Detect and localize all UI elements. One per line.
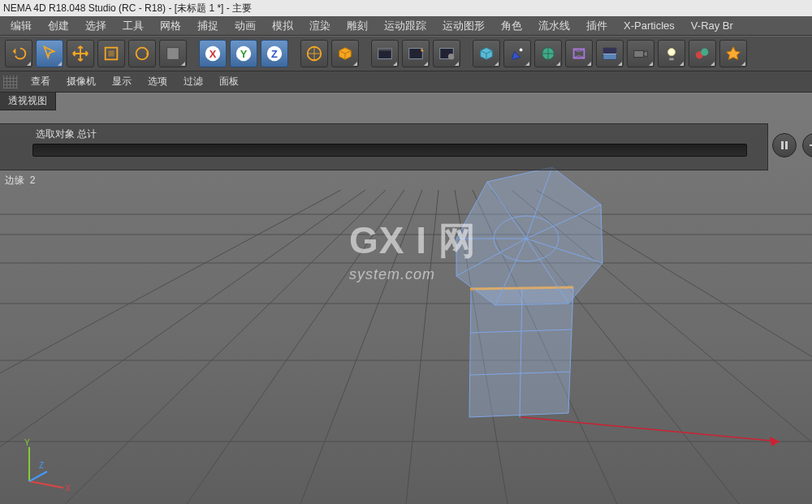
subdiv-button[interactable] [534, 40, 562, 67]
viewbar-display[interactable]: 显示 [106, 75, 138, 88]
deformer-button[interactable] [565, 40, 593, 67]
svg-rect-21 [634, 50, 644, 57]
pen-tool-button[interactable] [503, 40, 531, 67]
axis-gizmo: Y X Z [15, 439, 71, 496]
live-select-button[interactable] [36, 40, 63, 67]
edge-label-text: 边缘 [5, 174, 24, 186]
scale-button[interactable] [97, 40, 125, 67]
watermark-line1: GX I 网 [349, 216, 477, 266]
render-settings-button[interactable] [433, 40, 460, 67]
render-picture-button[interactable] [402, 40, 430, 67]
menu-track[interactable]: 运动跟踪 [377, 16, 434, 36]
menu-edit[interactable]: 编辑 [3, 16, 39, 36]
viewport-perspective[interactable]: 透视视图 选取对象 总计 边缘 2 GX I 网 system.com Y X … [0, 93, 812, 504]
rotate-button[interactable] [128, 40, 156, 67]
svg-point-15 [448, 54, 454, 59]
svg-text:X: X [65, 484, 71, 493]
hud-pause-button[interactable] [772, 133, 797, 157]
recent-tools-button[interactable] [159, 40, 187, 67]
svg-rect-12 [378, 49, 392, 51]
menu-mograph[interactable]: 运动图形 [435, 16, 492, 36]
svg-point-16 [520, 49, 523, 52]
mesh-object [456, 167, 603, 417]
materials-button[interactable] [719, 40, 747, 67]
coord-system-button[interactable] [300, 40, 328, 67]
add-cube-button[interactable] [473, 40, 500, 67]
menu-anim[interactable]: 动画 [227, 16, 263, 36]
viewbar-options[interactable]: 选项 [141, 75, 174, 88]
viewport-menubar: 查看 摄像机 显示 选项 过滤 面板 [0, 71, 812, 93]
menu-render[interactable]: 渲染 [302, 16, 338, 36]
menu-sculpt[interactable]: 雕刻 [339, 16, 375, 36]
svg-rect-57 [781, 141, 784, 149]
camera-button[interactable] [627, 40, 654, 67]
svg-marker-42 [770, 437, 780, 446]
watermark: GX I 网 system.com [349, 216, 477, 283]
move-button[interactable] [67, 40, 94, 67]
svg-marker-47 [456, 167, 603, 305]
viewbar-view[interactable]: 查看 [24, 75, 57, 88]
hud-slider[interactable] [32, 144, 747, 157]
environment-button[interactable] [596, 40, 624, 67]
main-toolbar: X Y Z [0, 36, 812, 71]
svg-point-24 [701, 49, 708, 56]
svg-rect-1 [108, 50, 114, 56]
svg-text:Y: Y [24, 439, 30, 447]
axis-y-button[interactable]: Y [230, 40, 257, 67]
render-view-button[interactable] [371, 40, 399, 67]
viewport-tab[interactable]: 透视视图 [0, 93, 56, 110]
menu-sim[interactable]: 模拟 [265, 16, 300, 36]
edge-count-value: 2 [30, 174, 36, 186]
scene-button[interactable] [689, 40, 716, 67]
menu-tools[interactable]: 工具 [115, 16, 151, 36]
grid-icon [3, 75, 18, 88]
menu-plugins[interactable]: 插件 [579, 16, 615, 36]
svg-line-60 [29, 481, 63, 488]
svg-line-27 [65, 190, 386, 504]
undo-button[interactable] [5, 40, 32, 67]
svg-rect-18 [603, 54, 617, 59]
axis-z-button[interactable]: Z [261, 40, 288, 67]
menu-xparticles[interactable]: X-Particles [616, 16, 682, 36]
cube-primitive-button[interactable] [331, 40, 359, 67]
axis-x-button[interactable]: X [199, 40, 227, 67]
svg-text:Y: Y [240, 48, 248, 60]
main-menubar: 编辑 创建 选择 工具 网格 捕捉 动画 模拟 渲染 雕刻 运动跟踪 运动图形 … [0, 16, 812, 36]
world-axis-x [521, 417, 780, 442]
viewbar-panel[interactable]: 面板 [213, 75, 245, 88]
edge-count-label: 边缘 2 [5, 174, 35, 187]
svg-text:X: X [209, 48, 217, 60]
menu-vray[interactable]: V-Ray Br [684, 16, 741, 36]
svg-rect-3 [167, 48, 179, 60]
watermark-line2: system.com [349, 266, 477, 283]
viewbar-camera[interactable]: 摄像机 [60, 75, 102, 88]
svg-rect-58 [785, 141, 788, 149]
selection-hud: 选取对象 总计 [0, 123, 768, 170]
svg-text:Z: Z [271, 48, 278, 60]
hud-label: 选取对象 总计 [32, 127, 759, 141]
menu-mesh[interactable]: 网格 [153, 16, 188, 36]
menu-select[interactable]: 选择 [78, 16, 114, 36]
svg-rect-13 [409, 49, 423, 59]
svg-text:Z: Z [39, 461, 44, 470]
menu-create[interactable]: 创建 [41, 16, 76, 36]
svg-line-61 [29, 472, 47, 481]
viewbar-filter[interactable]: 过滤 [177, 75, 209, 88]
menu-pipeline[interactable]: 流水线 [531, 16, 577, 36]
menu-char[interactable]: 角色 [494, 16, 529, 36]
svg-point-2 [136, 48, 149, 60]
window-title: NEMA 4D R18.048 Studio (RC - R18) - [未标题… [3, 2, 252, 14]
menu-snap[interactable]: 捕捉 [190, 16, 226, 36]
window-titlebar: NEMA 4D R18.048 Studio (RC - R18) - [未标题… [0, 0, 812, 16]
svg-rect-20 [603, 48, 617, 54]
svg-point-22 [667, 49, 675, 56]
light-button[interactable] [658, 40, 685, 67]
